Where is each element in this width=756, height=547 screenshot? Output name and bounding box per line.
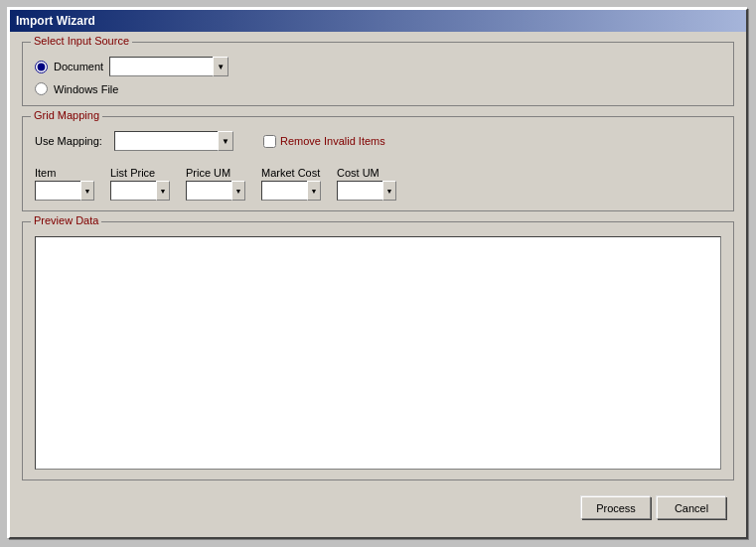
- document-radio[interactable]: [35, 61, 48, 73]
- windows-file-radio[interactable]: [35, 82, 48, 95]
- use-mapping-label: Use Mapping:: [35, 135, 104, 147]
- document-label: Document: [54, 61, 103, 72]
- cancel-button[interactable]: Cancel: [657, 496, 726, 519]
- use-mapping-select-wrapper: ▼: [114, 131, 233, 151]
- document-radio-row: Document: [35, 61, 103, 73]
- title-bar: Import Wizard: [10, 10, 746, 32]
- remove-invalid-label: Remove Invalid Items: [280, 135, 385, 147]
- import-wizard-window: Import Wizard Select Input Source Docume…: [8, 8, 748, 539]
- use-mapping-row: Use Mapping: ▼ Remove Invalid Items: [35, 131, 721, 151]
- select-input-source-legend: Select Input Source: [31, 35, 132, 47]
- windows-file-label: Windows File: [54, 83, 118, 95]
- col-market-cost-label: Market Cost: [261, 167, 321, 179]
- col-market-cost-select[interactable]: [261, 181, 321, 201]
- grid-mapping-legend: Grid Mapping: [31, 109, 102, 121]
- col-price-um-select[interactable]: [186, 181, 245, 201]
- window-title: Import Wizard: [16, 14, 95, 28]
- use-mapping-select[interactable]: [114, 131, 233, 151]
- remove-invalid-checkbox[interactable]: [263, 135, 276, 148]
- col-item-item: Item ▼: [35, 167, 94, 201]
- columns-row: Item ▼ List Price ▼: [35, 167, 721, 201]
- col-item-select-wrapper: ▼: [35, 181, 94, 201]
- col-cost-um-select[interactable]: [337, 181, 396, 201]
- remove-invalid-checkbox-row: Remove Invalid Items: [263, 135, 385, 148]
- windows-file-radio-row: Windows File: [35, 82, 721, 95]
- col-item-select[interactable]: [35, 181, 94, 201]
- col-list-price-select-wrapper: ▼: [110, 181, 170, 201]
- document-select-wrapper: ▼: [109, 57, 228, 76]
- col-market-cost-item: Market Cost ▼: [261, 167, 321, 201]
- col-cost-um-select-wrapper: ▼: [337, 181, 396, 201]
- col-list-price-label: List Price: [110, 167, 170, 179]
- select-input-source-group: Select Input Source Document ▼: [22, 42, 734, 106]
- col-market-cost-select-wrapper: ▼: [261, 181, 321, 201]
- document-select[interactable]: [109, 57, 228, 76]
- button-row: Process Cancel: [22, 490, 734, 527]
- document-row: Document ▼: [35, 57, 721, 76]
- preview-data-legend: Preview Data: [31, 214, 101, 226]
- col-price-um-select-wrapper: ▼: [186, 181, 245, 201]
- col-price-um-label: Price UM: [186, 167, 245, 179]
- grid-mapping-content: Use Mapping: ▼ Remove Invalid Items: [35, 131, 721, 201]
- col-cost-um-item: Cost UM ▼: [337, 167, 396, 201]
- process-button[interactable]: Process: [581, 496, 651, 519]
- grid-mapping-group: Grid Mapping Use Mapping: ▼ Remove Inval…: [22, 116, 734, 211]
- col-list-price-item: List Price ▼: [110, 167, 170, 201]
- col-price-um-item: Price UM ▼: [186, 167, 245, 201]
- col-list-price-select[interactable]: [110, 181, 170, 201]
- input-source-radio-group: Document ▼ Windows File: [35, 57, 721, 95]
- col-item-label: Item: [35, 167, 94, 179]
- preview-data-area: [35, 236, 721, 470]
- preview-data-group: Preview Data: [22, 221, 734, 480]
- col-cost-um-label: Cost UM: [337, 167, 396, 179]
- window-content: Select Input Source Document ▼: [10, 32, 746, 537]
